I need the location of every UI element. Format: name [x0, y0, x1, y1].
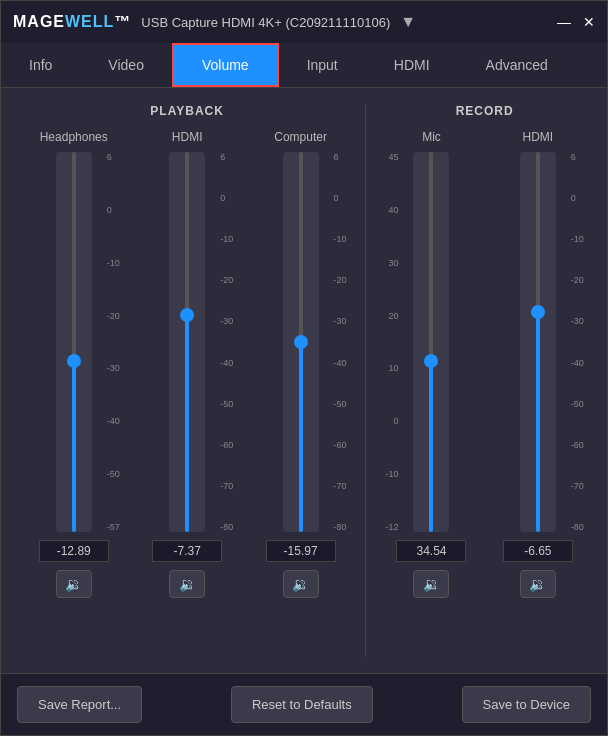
tab-hdmi[interactable]: HDMI [366, 43, 458, 87]
mic-mute-button[interactable]: 🔉 [413, 570, 449, 598]
sections-wrapper: PLAYBACK Headphones 60-10-20-30-40-50-57 [17, 104, 591, 657]
computer-track: 60-10-20-30-40-50-60-70-80 [283, 152, 319, 532]
hdmi-record-handle[interactable] [531, 305, 545, 319]
headphones-track-fill [72, 361, 76, 532]
tab-input[interactable]: Input [279, 43, 366, 87]
playback-sliders: Headphones 60-10-20-30-40-50-57 -12.89 🔉 [17, 130, 357, 653]
minimize-button[interactable]: — [557, 14, 571, 30]
hdmi-playback-slider-col: HDMI 60-10-20-30-40-50-60-70-80 -7.37 🔉 [142, 130, 232, 653]
hdmi-playback-track: 60-10-20-30-40-50-60-70-80 [169, 152, 205, 532]
headphones-value: -12.89 [39, 540, 109, 562]
hdmi-playback-mute-button[interactable]: 🔉 [169, 570, 205, 598]
hdmi-record-mute-button[interactable]: 🔉 [520, 570, 556, 598]
computer-mute-button[interactable]: 🔉 [283, 570, 319, 598]
computer-value: -15.97 [266, 540, 336, 562]
save-to-device-button[interactable]: Save to Device [462, 686, 591, 723]
hdmi-playback-handle[interactable] [180, 308, 194, 322]
mic-label: Mic [422, 130, 441, 144]
hdmi-record-track: 60-10-20-30-40-50-60-70-80 [520, 152, 556, 532]
main-window: MAGEWELL™ USB Capture HDMI 4K+ (C2092111… [0, 0, 608, 736]
hdmi-playback-scale: 60-10-20-30-40-50-60-70-80 [220, 152, 233, 532]
hdmi-record-track-fill [536, 312, 540, 532]
tab-volume[interactable]: Volume [172, 43, 279, 87]
content-area: PLAYBACK Headphones 60-10-20-30-40-50-57 [1, 88, 607, 673]
computer-track-fill [299, 342, 303, 532]
computer-handle[interactable] [294, 335, 308, 349]
title-left: MAGEWELL™ USB Capture HDMI 4K+ (C2092111… [13, 13, 416, 31]
headphones-handle[interactable] [67, 354, 81, 368]
headphones-mute-button[interactable]: 🔉 [56, 570, 92, 598]
hdmi-record-scale: 60-10-20-30-40-50-60-70-80 [571, 152, 584, 532]
computer-scale: 60-10-20-30-40-50-60-70-80 [334, 152, 347, 532]
tab-info[interactable]: Info [1, 43, 80, 87]
mic-track: 45403020100-10-12 [413, 152, 449, 532]
dropdown-icon[interactable]: ▼ [400, 13, 416, 31]
record-section: RECORD Mic 45403020100-10-12 [366, 104, 591, 657]
headphones-slider-col: Headphones 60-10-20-30-40-50-57 -12.89 🔉 [29, 130, 119, 653]
reset-defaults-button[interactable]: Reset to Defaults [231, 686, 373, 723]
mic-handle[interactable] [424, 354, 438, 368]
mic-scale: 45403020100-10-12 [385, 152, 398, 532]
title-bar: MAGEWELL™ USB Capture HDMI 4K+ (C2092111… [1, 1, 607, 43]
nav-tabs: Info Video Volume Input HDMI Advanced [1, 43, 607, 88]
hdmi-record-slider-col: HDMI 60-10-20-30-40-50-60-70-80 -6.65 🔉 [493, 130, 583, 653]
playback-title: PLAYBACK [17, 104, 357, 118]
hdmi-record-value: -6.65 [503, 540, 573, 562]
tab-video[interactable]: Video [80, 43, 172, 87]
hdmi-playback-label: HDMI [172, 130, 203, 144]
computer-label: Computer [274, 130, 327, 144]
close-button[interactable]: ✕ [583, 14, 595, 30]
footer: Save Report... Reset to Defaults Save to… [1, 673, 607, 735]
headphones-scale: 60-10-20-30-40-50-57 [107, 152, 120, 532]
hdmi-record-label: HDMI [522, 130, 553, 144]
title-controls: — ✕ [557, 14, 595, 30]
playback-section: PLAYBACK Headphones 60-10-20-30-40-50-57 [17, 104, 366, 657]
record-sliders: Mic 45403020100-10-12 34.54 🔉 [378, 130, 591, 653]
hdmi-playback-value: -7.37 [152, 540, 222, 562]
mic-slider-col: Mic 45403020100-10-12 34.54 🔉 [386, 130, 476, 653]
headphones-label: Headphones [40, 130, 108, 144]
device-name: USB Capture HDMI 4K+ (C209211110106) [141, 15, 390, 30]
hdmi-playback-track-fill [185, 315, 189, 532]
tab-advanced[interactable]: Advanced [458, 43, 576, 87]
logo: MAGEWELL™ [13, 13, 131, 31]
save-report-button[interactable]: Save Report... [17, 686, 142, 723]
mic-track-fill [429, 361, 433, 532]
mic-value: 34.54 [396, 540, 466, 562]
record-title: RECORD [378, 104, 591, 118]
computer-slider-col: Computer 60-10-20-30-40-50-60-70-80 -15.… [256, 130, 346, 653]
headphones-track: 60-10-20-30-40-50-57 [56, 152, 92, 532]
